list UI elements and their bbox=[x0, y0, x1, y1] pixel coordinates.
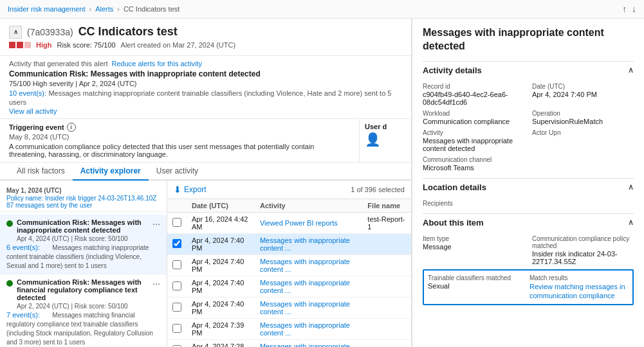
row-checkbox-4[interactable] bbox=[172, 303, 181, 312]
policy-info: May 1, 2024 (UTC) Policy name: Insider r… bbox=[0, 184, 167, 212]
row-filename-1 bbox=[362, 234, 411, 255]
explorer-pane: ⬇ Export 1 of 396 selected Date (UTC) Ac… bbox=[167, 181, 411, 347]
location-details-section: Location details ∧ Recipients bbox=[423, 178, 634, 207]
triggering-info-icon[interactable]: i bbox=[67, 123, 76, 132]
risk-item-date-1: Apr 2, 2024 (UTC) | Risk score: 50/100 bbox=[17, 303, 160, 310]
explorer-toolbar: ⬇ Export 1 of 396 selected bbox=[167, 181, 411, 199]
row-filename-2 bbox=[362, 255, 411, 276]
activity-label: Activity bbox=[423, 129, 524, 136]
breadcrumb-sep-1: › bbox=[89, 5, 91, 13]
col-date: Date (UTC) bbox=[187, 199, 255, 213]
table-row[interactable]: Apr 4, 2024 7:39 PMMessages with inappro… bbox=[167, 319, 411, 340]
breadcrumb-sep-2: › bbox=[117, 5, 120, 13]
reduce-alerts-link[interactable]: Reduce alerts for this activity bbox=[111, 60, 202, 67]
table-row[interactable]: Apr 4, 2024 7:28 PMMessages with inappro… bbox=[167, 340, 411, 348]
row-activity-2: Messages with inappropriate content ... bbox=[255, 255, 362, 276]
activity-events-link[interactable]: 10 event(s): bbox=[9, 89, 46, 97]
row-checkbox-3[interactable] bbox=[172, 281, 181, 290]
actor-upn-label: Actor Upn bbox=[532, 129, 634, 136]
row-filename-4 bbox=[362, 298, 411, 319]
row-checkbox-2[interactable] bbox=[172, 260, 181, 269]
risk-item-0[interactable]: Communication Risk: Messages with inappr… bbox=[0, 215, 167, 274]
risk-dot-1 bbox=[6, 280, 13, 287]
row-date-0: Apr 16, 2024 4:42 AM bbox=[187, 213, 255, 234]
risk-score: Risk score: 75/100 bbox=[57, 41, 115, 49]
row-date-5: Apr 4, 2024 7:39 PM bbox=[187, 319, 255, 340]
record-id-value: c904fb49-d640-4ec2-6ea6-08dc54df1cd6 bbox=[423, 91, 524, 106]
severity-badges bbox=[9, 42, 31, 48]
comm-channel-value: Microsoft Teams bbox=[423, 164, 634, 172]
tab-activity-explorer[interactable]: Activity explorer bbox=[73, 163, 149, 181]
view-all-activity-link[interactable]: View all activity bbox=[9, 107, 57, 115]
breadcrumb-insider-risk[interactable]: Insider risk management bbox=[8, 5, 85, 13]
operation-label: Operation bbox=[532, 110, 634, 117]
nav-up-button[interactable]: ↑ bbox=[622, 4, 627, 14]
risk-item-more-0[interactable]: ··· bbox=[152, 218, 160, 229]
table-row[interactable]: Apr 4, 2024 7:40 PMMessages with inappro… bbox=[167, 276, 411, 298]
table-row[interactable]: Apr 4, 2024 7:40 PMMessages with inappro… bbox=[167, 298, 411, 319]
about-item-label: About this item bbox=[423, 218, 484, 227]
activity-generated-label: Activity that generated this alert bbox=[9, 60, 107, 67]
policy-name-link[interactable]: Policy name: Insider risk trigger 24-03-… bbox=[6, 195, 160, 202]
row-checkbox-1[interactable] bbox=[172, 239, 181, 248]
workload-label: Workload bbox=[423, 110, 524, 117]
location-details-label: Location details bbox=[423, 182, 486, 192]
table-row[interactable]: Apr 16, 2024 4:42 AMViewed Power BI repo… bbox=[167, 213, 411, 234]
risk-item-more-1[interactable]: ··· bbox=[152, 278, 160, 289]
selected-count: 1 of 396 selected bbox=[351, 186, 405, 193]
classifiers-label: Trainable classifiers matched bbox=[428, 274, 527, 281]
match-results-field: Match results Review matching messages i… bbox=[529, 274, 629, 300]
workload-value: Communication compliance bbox=[423, 118, 524, 125]
activity-details-header[interactable]: Activity details ∧ bbox=[423, 61, 634, 79]
alert-id: (7a03933a) bbox=[27, 27, 73, 37]
record-id-label: Record id bbox=[423, 83, 524, 90]
policy-matched-label: Communication compliance policy matched bbox=[532, 235, 634, 249]
breadcrumb-alerts[interactable]: Alerts bbox=[95, 5, 113, 13]
row-date-4: Apr 4, 2024 7:40 PM bbox=[187, 298, 255, 319]
row-activity-3: Messages with inappropriate content ... bbox=[255, 276, 362, 298]
about-item-grid: Item type Message Communication complian… bbox=[423, 235, 634, 265]
col-activity: Activity bbox=[255, 199, 362, 213]
row-date-6: Apr 4, 2024 7:28 PM bbox=[187, 340, 255, 348]
main-layout: ∧ (7a03933a) CC Indicators test High Ris… bbox=[0, 19, 644, 347]
row-checkbox-5[interactable] bbox=[172, 324, 181, 333]
about-item-header[interactable]: About this item ∧ bbox=[423, 213, 634, 231]
table-row[interactable]: Apr 4, 2024 7:40 PMMessages with inappro… bbox=[167, 255, 411, 276]
two-col-area: Triggering event i May 8, 2024 (UTC) A c… bbox=[0, 119, 411, 163]
item-type-label: Item type bbox=[423, 235, 524, 242]
activity-field: Activity Messages with inappropriate con… bbox=[423, 129, 524, 152]
breadcrumb-actions: ↑ ↓ bbox=[622, 4, 636, 14]
export-button[interactable]: ⬇ Export bbox=[174, 184, 207, 195]
triggering-date: May 8, 2024 (UTC) bbox=[9, 133, 350, 141]
tab-user-activity[interactable]: User activity bbox=[149, 163, 206, 181]
activity-desc: Messages matching inappropriate content … bbox=[9, 89, 391, 106]
detail-panel-title: Messages with inappropriate content dete… bbox=[423, 26, 634, 53]
table-row[interactable]: Apr 4, 2024 7:40 PMMessages with inappro… bbox=[167, 234, 411, 255]
comm-channel-field: Communication channel Microsoft Teams bbox=[423, 156, 634, 172]
tab-all-risk-factors[interactable]: All risk factors bbox=[9, 163, 73, 181]
date-utc-value: Apr 4, 2024 7:40 PM bbox=[532, 91, 634, 98]
record-id-field: Record id c904fb49-d640-4ec2-6ea6-08dc54… bbox=[423, 83, 524, 106]
collapse-button[interactable]: ∧ bbox=[9, 26, 22, 39]
content-split: May 1, 2024 (UTC) Policy name: Insider r… bbox=[0, 181, 411, 347]
nav-down-button[interactable]: ↓ bbox=[632, 4, 636, 14]
risk-item-events-link-0[interactable]: 6 event(s): bbox=[6, 244, 40, 251]
row-activity-0: Viewed Power BI reports bbox=[255, 213, 362, 234]
activity-details-label: Activity details bbox=[423, 66, 482, 75]
risk-item-events-link-1[interactable]: 7 event(s): bbox=[6, 311, 40, 319]
location-details-header[interactable]: Location details ∧ bbox=[423, 178, 634, 196]
match-results-link[interactable]: Review matching messages in communicatio… bbox=[529, 283, 625, 299]
trainable-classifiers-box: Trainable classifiers matched Sexual Mat… bbox=[423, 269, 634, 305]
row-checkbox-0[interactable] bbox=[172, 218, 181, 227]
row-filename-3 bbox=[362, 276, 411, 298]
row-date-3: Apr 4, 2024 7:40 PM bbox=[187, 276, 255, 298]
msg-count-link[interactable]: 87 messages sent by the user bbox=[6, 202, 160, 209]
risk-item-title-1: Communication Risk: Messages with financ… bbox=[17, 278, 149, 301]
triggering-label-text: Triggering event bbox=[9, 123, 64, 131]
activity-value: Messages with inappropriate content dete… bbox=[423, 137, 524, 152]
row-activity-6: Messages with inappropriate content ... bbox=[255, 340, 362, 348]
classifiers-value: Sexual bbox=[428, 282, 527, 290]
item-type-value: Message bbox=[423, 243, 524, 251]
export-label: Export bbox=[184, 185, 207, 194]
risk-item-1[interactable]: Communication Risk: Messages with financ… bbox=[0, 274, 167, 347]
